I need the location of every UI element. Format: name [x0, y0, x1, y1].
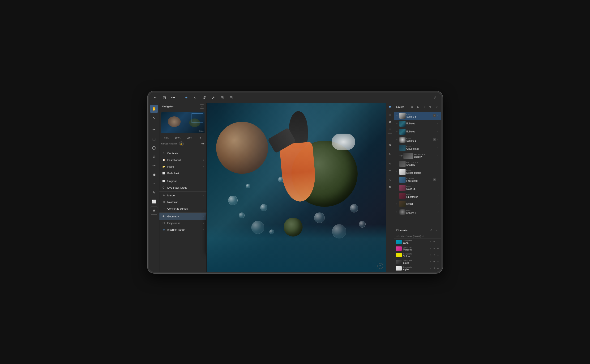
- submenu-intersect[interactable]: ⊗ Intersect: [206, 229, 206, 237]
- channel-edit-alpha[interactable]: ✏: [429, 267, 432, 270]
- zoom-200-button[interactable]: 200%: [186, 136, 193, 140]
- submenu-combine[interactable]: ⊞ Combine: [206, 245, 206, 252]
- channel-more-alpha[interactable]: •••: [436, 267, 440, 270]
- layer-item-sphere3[interactable]: ▸ Pixel Sphere 3 fx ✓: [394, 112, 441, 120]
- layers-add-button[interactable]: +: [422, 104, 427, 110]
- channel-edit-magenta[interactable]: ✏: [429, 247, 432, 250]
- menu-item-pasteboard[interactable]: 📋 Pasteboard ›: [159, 157, 206, 163]
- history-button[interactable]: ↺: [201, 94, 208, 101]
- layer-visibility-face[interactable]: ✓: [436, 178, 440, 182]
- layers-delete-button[interactable]: 🗑: [428, 104, 433, 110]
- layers-expand-button[interactable]: ⤢: [434, 104, 439, 110]
- channel-more-yellow[interactable]: •••: [436, 254, 440, 257]
- layer-item-rect-shadow2[interactable]: Rectangle Shadow ✓: [394, 160, 441, 168]
- channel-visibility-cyan[interactable]: 👁: [433, 240, 436, 244]
- blend-button[interactable]: fx: [387, 168, 393, 174]
- smudge-tool[interactable]: ≈: [150, 180, 158, 188]
- submenu-divide[interactable]: ÷ Divide: [206, 237, 206, 245]
- circle-tool-button[interactable]: ○: [192, 94, 199, 101]
- channel-item-yellow[interactable]: Composite Yellow ✏ 👁 •••: [394, 252, 441, 259]
- channel-edit-black[interactable]: ✏: [429, 260, 432, 263]
- grid-button[interactable]: ⊞: [219, 94, 226, 101]
- layer-visibility-sphere2[interactable]: ✓: [436, 138, 440, 141]
- layer-item-bubbles2[interactable]: ▸ Bubbles ✓: [394, 128, 441, 136]
- document-button[interactable]: ⊡: [161, 94, 168, 101]
- menu-item-ungroup[interactable]: ⬜ Ungroup: [159, 178, 206, 184]
- layers-list-view-button[interactable]: ≡: [410, 104, 415, 110]
- channel-visibility-magenta[interactable]: 👁: [433, 247, 436, 250]
- menu-item-place[interactable]: 📁 Place ›: [159, 163, 206, 170]
- layer-item-lip[interactable]: Pixel Lip retouch ✓: [394, 192, 441, 200]
- eye-dropper-tool[interactable]: ⊕: [150, 153, 158, 161]
- submenu-add[interactable]: ⊕ Add: [206, 214, 206, 222]
- channels-undo-button[interactable]: ↺: [429, 228, 434, 233]
- menu-item-insertion-target[interactable]: ⊞ Insertion Target ›: [159, 226, 206, 233]
- layer-visibility-model[interactable]: ✓: [436, 202, 440, 206]
- layer-item-face[interactable]: Curves Face detail fx ✓: [394, 176, 441, 184]
- layer-item-sphere1[interactable]: ▸ Pixel Sphere 1 ✓: [394, 208, 441, 216]
- channels-toggle-button[interactable]: ⊞: [387, 126, 393, 132]
- layer-item-model[interactable]: ▸ Model ✓: [394, 200, 441, 208]
- add-layer-button[interactable]: +: [387, 135, 393, 141]
- menu-item-rasterise[interactable]: ⊞ Rasterise: [159, 199, 206, 205]
- zoom-fit-button[interactable]: Fit: [198, 136, 202, 140]
- paint-tool[interactable]: ✏: [150, 162, 158, 170]
- rotate-button[interactable]: ↻: [387, 184, 393, 190]
- layer-visibility-rect2[interactable]: ✓: [436, 162, 440, 165]
- channel-more-magenta[interactable]: •••: [436, 247, 440, 250]
- shape-tool[interactable]: ⬜: [150, 198, 158, 206]
- layer-visibility-cloud[interactable]: ✓: [436, 146, 440, 150]
- menu-item-live-stack[interactable]: ⬡ Live Stack Group: [159, 184, 206, 191]
- navigator-close-button[interactable]: ⤢: [200, 104, 204, 109]
- channel-visibility-yellow[interactable]: 👁: [433, 254, 436, 257]
- layer-item-rect-shadow1[interactable]: 12pt Rectangle Shadow ✓: [394, 152, 441, 160]
- text-tool[interactable]: A: [150, 207, 158, 214]
- layer-item-sphere2[interactable]: ▸ Pixel Sphere 2 fx ✓: [394, 136, 441, 144]
- layer-visibility-sphere3[interactable]: ✓: [436, 114, 440, 117]
- channel-item-magenta[interactable]: Composite Magenta ✏ 👁 •••: [394, 245, 441, 252]
- layer-visibility-bubbles1[interactable]: ✓: [436, 122, 440, 125]
- canvas-area[interactable]: ?: [207, 103, 386, 272]
- export-button[interactable]: ↗: [210, 94, 217, 101]
- dodge-tool[interactable]: ✎: [150, 188, 158, 197]
- layers-toggle-button[interactable]: ≡: [387, 112, 393, 118]
- channel-edit-cyan[interactable]: ✏: [429, 240, 432, 244]
- channel-item-black[interactable]: Composite Black ✏ 👁 •••: [394, 259, 441, 265]
- brush-tool[interactable]: ✏: [150, 126, 158, 134]
- select-tool[interactable]: ↖: [150, 114, 158, 122]
- more-button[interactable]: •••: [170, 94, 177, 101]
- layer-visibility-rect1[interactable]: ✓: [436, 154, 440, 157]
- menu-item-convert-curves[interactable]: ↺ Convert to curves: [159, 205, 206, 212]
- channel-more-black[interactable]: •••: [436, 260, 440, 263]
- layer-visibility-motion[interactable]: ✓: [436, 170, 440, 174]
- stamp-tool[interactable]: ◉: [150, 171, 158, 179]
- zoom-50-button[interactable]: 50%: [164, 136, 170, 140]
- channel-item-cyan[interactable]: Composite Cyan ✏ 👁 •••: [394, 239, 441, 245]
- layer-visibility-makeup[interactable]: ✓: [436, 186, 440, 189]
- layer-item-cloud[interactable]: Pixel Cloud detail ✓: [394, 144, 441, 152]
- stack-toggle-button[interactable]: ⧉: [387, 119, 393, 125]
- crop-tool[interactable]: ⬚: [150, 135, 158, 143]
- menu-item-projections[interactable]: ⬚ Projections ›: [159, 220, 206, 226]
- channel-visibility-alpha[interactable]: 👁: [433, 267, 436, 270]
- menu-item-duplicate[interactable]: ⧉ Duplicate: [159, 150, 206, 157]
- panel-button[interactable]: ⊟: [228, 94, 235, 101]
- menu-item-geometry[interactable]: ⬟ Geometry › ⊕ Add ⊖ Subtract: [159, 213, 206, 220]
- rotation-lock-button[interactable]: 🔒: [179, 141, 184, 146]
- layer-item-bubbles1[interactable]: ▸ Bubbles ✓: [394, 120, 441, 128]
- fx-button[interactable]: fx: [387, 151, 393, 157]
- channels-expand-button[interactable]: ⤢: [435, 228, 439, 233]
- filter-button[interactable]: ▽: [387, 161, 393, 167]
- layer-visibility-bubbles2[interactable]: ✓: [436, 130, 440, 133]
- layer-item-makeup[interactable]: Pixel Make up ✓: [394, 184, 441, 192]
- layer-visibility-sphere1[interactable]: ✓: [436, 210, 440, 214]
- layer-visibility-lip[interactable]: ✓: [436, 194, 440, 198]
- channel-item-alpha[interactable]: Composite Alpha ✏ 👁 •••: [394, 265, 441, 272]
- layer-item-motion[interactable]: ▸ Pixel Motion bubble ✓: [394, 168, 441, 176]
- zoom-100-button[interactable]: 100%: [174, 136, 181, 140]
- delete-layer-button[interactable]: 🗑: [387, 142, 393, 148]
- expand-button[interactable]: ⤢: [431, 94, 438, 101]
- submenu-subtract[interactable]: ⊖ Subtract: [206, 222, 206, 229]
- menu-item-fade-last[interactable]: ⬜ Fade Last: [159, 170, 206, 176]
- layers-grid-view-button[interactable]: ⊞: [416, 104, 421, 110]
